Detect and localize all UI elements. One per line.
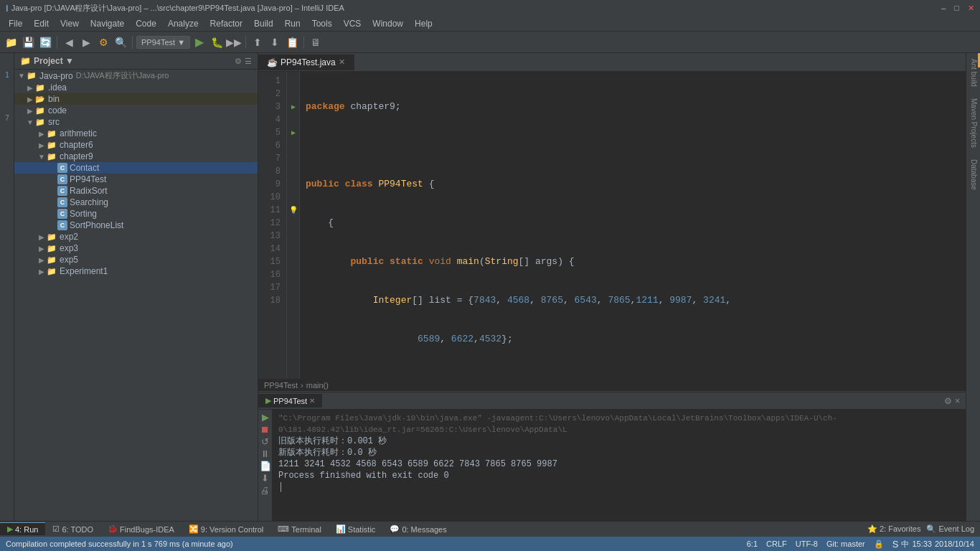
- toolbar-vcs-commit[interactable]: ⬇: [267, 34, 283, 50]
- close-button[interactable]: ✕: [968, 4, 974, 13]
- toolbar-terminal-button[interactable]: 🖥: [308, 34, 324, 50]
- run-output-line-3: 新版本执行耗时：0.0 秒: [278, 447, 960, 458]
- run-rerun-button[interactable]: ↺: [260, 435, 271, 447]
- menu-vcs[interactable]: VCS: [338, 17, 367, 30]
- run-button[interactable]: ▶: [192, 34, 207, 50]
- run-close-panel-icon[interactable]: ×: [955, 396, 960, 406]
- tree-item-exp3[interactable]: ▶ 📁 exp3: [14, 242, 258, 254]
- run-pause-button[interactable]: ⏸: [260, 448, 271, 459]
- breadcrumb-file[interactable]: PP94Test: [264, 381, 298, 390]
- tree-item-chapter6[interactable]: ▶ 📁 chapter6: [14, 139, 258, 151]
- sidebar-icon-project[interactable]: 1: [0, 53, 14, 96]
- menu-refactor[interactable]: Refactor: [204, 17, 248, 30]
- toolbar-find-button[interactable]: 🔍: [113, 34, 128, 50]
- tree-item-sortphonelist[interactable]: C SortPhoneList: [14, 220, 258, 231]
- menu-tools[interactable]: Tools: [306, 17, 338, 30]
- run-tab-pp94test[interactable]: ▶ PP94Test ✕: [258, 394, 322, 408]
- toolbar-back-button[interactable]: ◀: [61, 34, 77, 50]
- favorites-button[interactable]: ⭐ 2: Favorites: [867, 524, 921, 534]
- bottom-tab-statistic[interactable]: 📊 Statistic: [329, 523, 383, 535]
- bottom-tab-run[interactable]: ▶ 4: Run: [0, 522, 45, 535]
- run-scroll-end-button[interactable]: ⬇: [260, 472, 271, 484]
- sidebar-icon-structure[interactable]: 7: [0, 96, 14, 139]
- run-with-coverage-button[interactable]: ▶▶: [226, 34, 242, 50]
- menu-help[interactable]: Help: [409, 17, 438, 30]
- tab-close-button[interactable]: ✕: [339, 57, 345, 67]
- right-sidebar-tab-maven[interactable]: Maven Projects: [966, 93, 980, 154]
- code-editor[interactable]: 12345 678910 1112131415 161718 ▶ ▶ 💡: [258, 72, 966, 379]
- run-tab-close-button[interactable]: ✕: [309, 397, 315, 405]
- project-gear-icon[interactable]: ☰: [245, 57, 252, 66]
- menu-edit[interactable]: Edit: [28, 17, 55, 30]
- toolbar-open-button[interactable]: 📁: [3, 34, 19, 50]
- toolbar-separator-3: [245, 36, 246, 49]
- bottom-tab-todo-label: 6: TODO: [62, 525, 93, 534]
- gutter-6: [287, 139, 300, 152]
- run-config-dropdown[interactable]: PP94Test ▼: [136, 36, 190, 49]
- bottom-tab-messages[interactable]: 💬 0: Messages: [382, 523, 453, 535]
- project-settings-icon[interactable]: ⚙: [235, 57, 242, 66]
- bottom-tab-todo[interactable]: ☑ 6: TODO: [45, 523, 100, 535]
- toolbar-build-button[interactable]: ⚙: [95, 34, 111, 50]
- gutter-1: [287, 75, 300, 88]
- tree-item-contact[interactable]: C Contact: [14, 162, 258, 174]
- menu-code[interactable]: Code: [130, 17, 162, 30]
- tree-item-pp94test[interactable]: C PP94Test: [14, 174, 258, 185]
- menu-build[interactable]: Build: [248, 17, 279, 30]
- run-output-line-2: 旧版本执行耗时：0.001 秒: [278, 435, 960, 447]
- menu-window[interactable]: Window: [367, 17, 409, 30]
- maximize-button[interactable]: □: [954, 4, 959, 13]
- menu-run[interactable]: Run: [279, 17, 306, 30]
- git-branch[interactable]: Git: master: [826, 540, 865, 548]
- run-stop-button[interactable]: ⏹: [260, 423, 271, 435]
- toolbar-vcs-history[interactable]: 📋: [284, 34, 300, 50]
- tree-item-chapter9[interactable]: ▼ 📁 chapter9: [14, 151, 258, 162]
- tree-item-java-pro[interactable]: ▼ 📁 Java-pro D:\JAVA程序设计\Java-pro: [14, 70, 258, 82]
- run-play-button[interactable]: ▶: [260, 411, 271, 423]
- right-sidebar-tab-database[interactable]: Database: [966, 154, 980, 196]
- tree-item-experiment1[interactable]: ▶ 📁 Experiment1: [14, 265, 258, 277]
- toolbar-save-button[interactable]: 💾: [20, 34, 36, 50]
- status-bar: Compilation completed successfully in 1 …: [0, 537, 980, 551]
- minimize-button[interactable]: –: [941, 4, 946, 13]
- terminal-icon: ⌨: [278, 524, 289, 534]
- menu-view[interactable]: View: [55, 17, 85, 30]
- tree-item-arithmetic[interactable]: ▶ 📁 arithmetic: [14, 128, 258, 139]
- tree-item-searching[interactable]: C Searching: [14, 197, 258, 208]
- project-header-actions[interactable]: ⚙ ☰: [235, 57, 252, 66]
- cursor-position[interactable]: 6:1: [747, 540, 758, 548]
- event-log-button[interactable]: 🔍 Event Log: [926, 524, 974, 534]
- title-bar-controls[interactable]: – □ ✕: [941, 4, 974, 13]
- tree-item-idea[interactable]: ▶ 📁 .idea: [14, 82, 258, 93]
- debug-button[interactable]: 🐛: [209, 34, 225, 50]
- code-line-4: {: [306, 217, 960, 230]
- menu-analyze[interactable]: Analyze: [162, 17, 204, 30]
- file-encoding[interactable]: UTF-8: [796, 540, 818, 548]
- bottom-tab-findbugs[interactable]: 🐞 FindBugs-IDEA: [100, 523, 182, 535]
- tree-item-exp5[interactable]: ▶ 📁 exp5: [14, 254, 258, 265]
- tree-item-exp2[interactable]: ▶ 📁 exp2: [14, 231, 258, 242]
- toolbar-forward-button[interactable]: ▶: [78, 34, 94, 50]
- run-dump-button[interactable]: 📄: [260, 460, 271, 471]
- tab-java-icon: ☕: [267, 57, 278, 67]
- menu-file[interactable]: File: [3, 17, 28, 30]
- breadcrumb-method[interactable]: main(): [306, 381, 329, 390]
- bin-folder-icon: 📂: [34, 94, 46, 104]
- code-content[interactable]: package chapter9; public class PP94Test …: [300, 72, 966, 379]
- toolbar-sync-button[interactable]: 🔄: [37, 34, 53, 50]
- tree-item-bin[interactable]: ▶ 📂 bin: [14, 93, 258, 105]
- bottom-tab-vcs[interactable]: 🔀 9: Version Control: [182, 523, 270, 535]
- line-separator[interactable]: CRLF: [766, 540, 787, 548]
- tree-item-src[interactable]: ▼ 📁 src: [14, 116, 258, 128]
- toolbar-vcs-update[interactable]: ⬆: [250, 34, 265, 50]
- menu-navigate[interactable]: Navigate: [85, 17, 130, 30]
- editor-tab-pp94test[interactable]: ☕ PP94Test.java ✕: [258, 55, 354, 70]
- bottom-tab-terminal[interactable]: ⌨ Terminal: [270, 523, 329, 535]
- tree-item-code[interactable]: ▶ 📁 code: [14, 105, 258, 116]
- run-print-button[interactable]: 🖨: [260, 484, 271, 496]
- tree-item-sorting[interactable]: C Sorting: [14, 208, 258, 220]
- tree-item-radixsort[interactable]: C RadixSort: [14, 185, 258, 197]
- run-settings-icon[interactable]: ⚙: [944, 396, 952, 406]
- sorting-java-icon: C: [57, 209, 67, 219]
- tree-label-java-pro: Java-pro: [39, 71, 73, 81]
